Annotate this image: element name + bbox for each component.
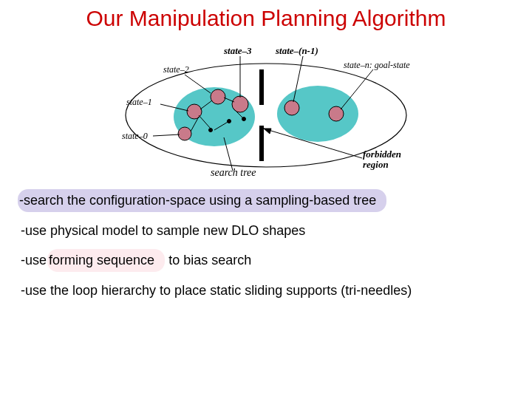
- slide-title: Our Manipulation Planning Algorithm: [0, 6, 532, 31]
- label-state-3: state–3: [224, 46, 252, 56]
- svg-line-20: [153, 134, 180, 136]
- svg-marker-27: [264, 129, 271, 134]
- bullet-3a: -use: [21, 253, 50, 267]
- bullet-3c: to bias search: [165, 253, 251, 267]
- state-diagram: state–0 state–1 state–2 state–3 state–(n…: [100, 34, 432, 182]
- caption-search-tree: search tree: [211, 167, 256, 179]
- caption-forbidden-region: forbidden region: [363, 149, 401, 169]
- svg-point-9: [284, 100, 299, 115]
- bullet-4: -use the loop hierarchy to place static …: [21, 282, 511, 299]
- svg-point-7: [211, 89, 225, 104]
- label-state-0: state–0: [122, 132, 148, 141]
- label-state-2: state–2: [163, 65, 189, 75]
- svg-point-5: [178, 127, 191, 140]
- label-state-n-1: state–(n-1): [276, 46, 318, 56]
- svg-rect-1: [259, 69, 264, 105]
- bullet-1: -search the configuration-space using a …: [21, 189, 511, 212]
- svg-point-19: [242, 117, 246, 121]
- svg-rect-2: [259, 126, 264, 161]
- label-state-1: state–1: [126, 98, 152, 107]
- svg-point-18: [228, 120, 231, 123]
- bullet-list: -search the configuration-space using a …: [0, 189, 532, 299]
- bullet-2: -use physical model to sample new DLO sh…: [21, 222, 511, 239]
- label-state-n: state–n: goal-state: [344, 61, 410, 70]
- bullet-3b: forming sequence: [47, 249, 165, 272]
- bullet-1-text: -search the configuration-space using a …: [18, 189, 386, 212]
- svg-point-6: [187, 104, 202, 119]
- bullet-3: -use forming sequence to bias search: [21, 249, 511, 272]
- svg-point-17: [209, 129, 213, 132]
